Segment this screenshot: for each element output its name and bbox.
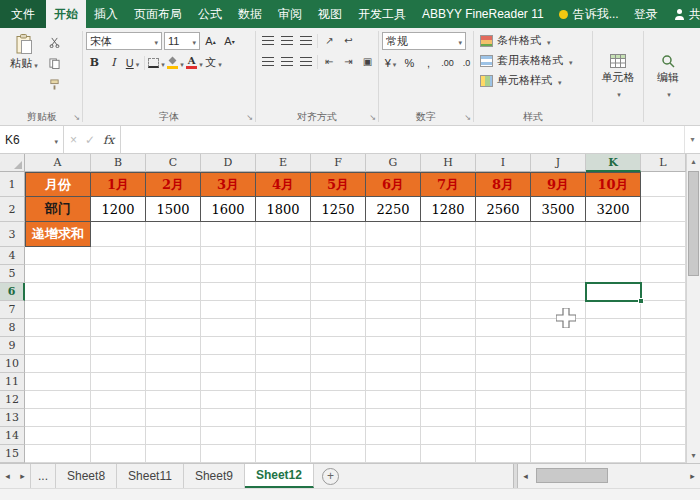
cell-C7[interactable] [146, 301, 201, 319]
cell-F10[interactable] [311, 355, 366, 373]
cell-A6[interactable] [25, 283, 91, 301]
cell-F5[interactable] [311, 265, 366, 283]
cell-B7[interactable] [91, 301, 146, 319]
cell-K12[interactable] [586, 391, 641, 409]
cell-J11[interactable] [531, 373, 586, 391]
column-header-A[interactable]: A [25, 154, 91, 172]
cell-F12[interactable] [311, 391, 366, 409]
cell-A11[interactable] [25, 373, 91, 391]
cell-A8[interactable] [25, 319, 91, 337]
cell-D9[interactable] [201, 337, 256, 355]
column-header-E[interactable]: E [256, 154, 311, 172]
row-header-14[interactable]: 14 [0, 427, 25, 445]
cell-I4[interactable] [476, 247, 531, 265]
cell-B10[interactable] [91, 355, 146, 373]
cell-C3[interactable] [146, 222, 201, 247]
cell-H15[interactable] [421, 445, 476, 463]
cell-L5[interactable] [641, 265, 686, 283]
cell-I2[interactable]: 2560 [476, 197, 531, 222]
font-name-combobox[interactable]: 宋体 [86, 32, 162, 50]
cell-B8[interactable] [91, 319, 146, 337]
cell-E14[interactable] [256, 427, 311, 445]
cell-K4[interactable] [586, 247, 641, 265]
cell-C11[interactable] [146, 373, 201, 391]
sheet-tab-sheet8[interactable]: Sheet8 [56, 464, 117, 488]
decrease-decimal-button[interactable]: .0 [458, 54, 475, 71]
comma-style-button[interactable]: , [420, 54, 437, 71]
cell-C1[interactable]: 2月 [146, 172, 201, 197]
row-header-12[interactable]: 12 [0, 391, 25, 409]
cell-J8[interactable] [531, 319, 586, 337]
cell-L12[interactable] [641, 391, 686, 409]
cell-A2[interactable]: 部门 [25, 197, 91, 222]
sheet-ellipsis-button[interactable]: ... [30, 464, 56, 488]
cell-A5[interactable] [25, 265, 91, 283]
cell-E15[interactable] [256, 445, 311, 463]
row-header-4[interactable]: 4 [0, 247, 25, 265]
cell-K13[interactable] [586, 409, 641, 427]
cell-L2[interactable] [641, 197, 686, 222]
cell-H8[interactable] [421, 319, 476, 337]
cell-I15[interactable] [476, 445, 531, 463]
cell-F4[interactable] [311, 247, 366, 265]
italic-button[interactable]: I [105, 54, 122, 71]
tab-data[interactable]: 数据 [230, 0, 270, 28]
cell-L8[interactable] [641, 319, 686, 337]
cell-D1[interactable]: 3月 [201, 172, 256, 197]
cell-L10[interactable] [641, 355, 686, 373]
row-header-7[interactable]: 7 [0, 301, 25, 319]
cell-L4[interactable] [641, 247, 686, 265]
phonetic-guide-button[interactable]: 文 [205, 54, 222, 71]
cell-H14[interactable] [421, 427, 476, 445]
align-middle-button[interactable] [278, 32, 295, 49]
name-box[interactable]: K6 [0, 126, 64, 153]
cell-F8[interactable] [311, 319, 366, 337]
font-size-combobox[interactable]: 11 [164, 32, 200, 50]
cell-C9[interactable] [146, 337, 201, 355]
cell-D15[interactable] [201, 445, 256, 463]
cell-J9[interactable] [531, 337, 586, 355]
cell-C6[interactable] [146, 283, 201, 301]
sheet-nav-left-icon[interactable] [0, 464, 15, 488]
cell-C14[interactable] [146, 427, 201, 445]
dialog-launcher-icon[interactable] [369, 109, 376, 125]
row-header-2[interactable]: 2 [0, 197, 25, 222]
cell-G2[interactable]: 2250 [366, 197, 421, 222]
enter-button[interactable]: ✓ [85, 133, 95, 147]
cell-F15[interactable] [311, 445, 366, 463]
fill-color-button[interactable] [167, 54, 184, 71]
scroll-down-icon[interactable] [687, 448, 700, 463]
bold-button[interactable]: B [86, 54, 103, 71]
cell-L15[interactable] [641, 445, 686, 463]
row-header-13[interactable]: 13 [0, 409, 25, 427]
formula-bar-expand-icon[interactable] [684, 126, 700, 153]
cell-C10[interactable] [146, 355, 201, 373]
cell-B13[interactable] [91, 409, 146, 427]
cell-G1[interactable]: 6月 [366, 172, 421, 197]
cell-K10[interactable] [586, 355, 641, 373]
sheet-tab-sheet12[interactable]: Sheet12 [245, 464, 314, 488]
conditional-formatting-button[interactable]: 条件格式 [477, 31, 554, 50]
cell-I11[interactable] [476, 373, 531, 391]
cell-B1[interactable]: 1月 [91, 172, 146, 197]
column-header-K[interactable]: K [586, 154, 641, 172]
cell-F6[interactable] [311, 283, 366, 301]
cell-D6[interactable] [201, 283, 256, 301]
decrease-font-button[interactable]: A▾ [221, 33, 238, 50]
vertical-scrollbar[interactable] [686, 154, 700, 463]
cell-L13[interactable] [641, 409, 686, 427]
sheet-tab-sheet9[interactable]: Sheet9 [184, 464, 245, 488]
cell-G15[interactable] [366, 445, 421, 463]
sign-in-button[interactable]: 登录 [626, 0, 666, 28]
cell-A12[interactable] [25, 391, 91, 409]
increase-decimal-button[interactable]: .00 [439, 54, 456, 71]
cell-G11[interactable] [366, 373, 421, 391]
cell-D10[interactable] [201, 355, 256, 373]
cell-I7[interactable] [476, 301, 531, 319]
cell-F11[interactable] [311, 373, 366, 391]
cell-B2[interactable]: 1200 [91, 197, 146, 222]
cell-G13[interactable] [366, 409, 421, 427]
cell-A15[interactable] [25, 445, 91, 463]
cell-B3[interactable] [91, 222, 146, 247]
format-painter-button[interactable] [46, 76, 63, 93]
